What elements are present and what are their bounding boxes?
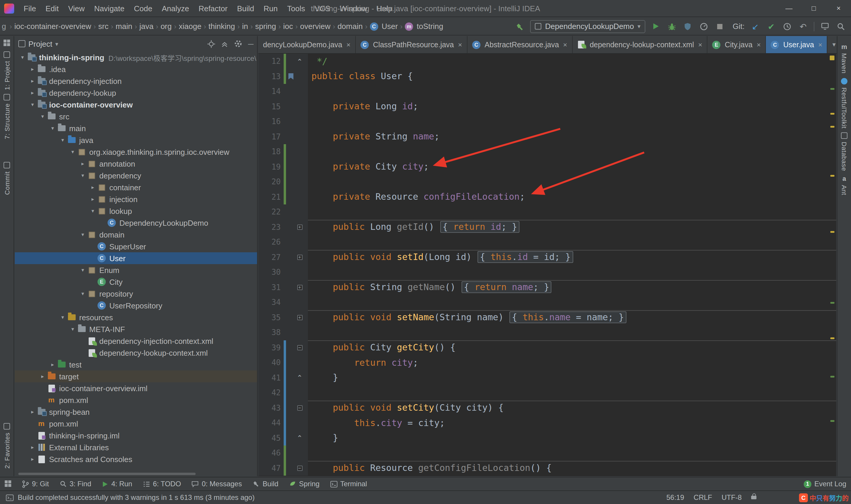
close-icon[interactable]: × — [757, 40, 761, 49]
code-line[interactable]: 12^ */ — [258, 54, 836, 69]
search-everywhere-button[interactable] — [836, 21, 846, 32]
settings-gear-icon[interactable] — [234, 40, 242, 48]
tree-item[interactable]: ▾domain — [15, 229, 257, 240]
breadcrumb-item[interactable]: thinking — [209, 22, 235, 31]
tree-item[interactable]: ▸External Libraries — [15, 442, 257, 453]
menu-code[interactable]: Code — [129, 0, 157, 17]
breadcrumb-item[interactable]: src — [98, 22, 109, 31]
breadcrumb-item[interactable]: ioc — [283, 22, 293, 31]
editor-tab[interactable]: dencyLookupDemo.java× — [258, 36, 356, 53]
horizontal-scrollbar[interactable] — [18, 473, 196, 475]
tree-item[interactable]: ECity — [15, 276, 257, 288]
tree-chevron-right-icon[interactable]: ▸ — [49, 362, 57, 367]
close-icon[interactable]: × — [818, 40, 822, 49]
code-line[interactable]: 26 — [258, 235, 836, 250]
fold-end-icon[interactable]: ^ — [298, 58, 302, 65]
vcs-history-button[interactable] — [782, 21, 793, 32]
code-line[interactable]: 39− public City getCity() { — [258, 340, 836, 355]
code-line[interactable]: 43− public void setCity(City city) { — [258, 400, 836, 415]
tree-item[interactable]: CUser — [15, 252, 257, 264]
tree-chevron-down-icon[interactable]: ▾ — [78, 232, 87, 237]
fold-expand-icon[interactable]: + — [297, 255, 302, 260]
editor-tab[interactable]: CAbstractResource.java× — [468, 36, 573, 53]
hide-panel-button[interactable]: ─ — [248, 39, 254, 48]
tool-strip-item[interactable]: Database — [841, 132, 848, 171]
error-stripe-mark[interactable] — [830, 231, 834, 233]
tree-item[interactable]: ▾src — [15, 110, 257, 122]
tool-window-button-git[interactable]: 9: Git — [22, 480, 49, 488]
menu-run[interactable]: Run — [259, 0, 283, 17]
code-line[interactable]: 45^ } — [258, 430, 836, 446]
event-log-button[interactable]: 1 Event Log — [804, 480, 846, 488]
code-line[interactable]: 18 — [258, 144, 836, 159]
tree-item[interactable]: dependency-lookup-context.xml — [15, 347, 257, 359]
tool-strip-item[interactable]: 2: Favorites — [3, 423, 10, 469]
tool-window-button-find[interactable]: 3: Find — [59, 480, 91, 488]
tree-chevron-right-icon[interactable]: ▸ — [29, 66, 37, 72]
profiler-button[interactable] — [699, 21, 709, 32]
menu-edit[interactable]: Edit — [41, 0, 64, 17]
tree-chevron-right-icon[interactable]: ▸ — [29, 78, 37, 84]
error-stripe-mark[interactable] — [830, 337, 834, 339]
code-line[interactable]: 14 — [258, 84, 836, 99]
tree-item[interactable]: ▸target — [15, 371, 257, 382]
tree-chevron-down-icon[interactable]: ▾ — [69, 326, 77, 332]
close-icon[interactable]: × — [458, 40, 462, 49]
bookmark-icon[interactable] — [288, 73, 293, 80]
tree-item[interactable]: CUserRepository — [15, 300, 257, 311]
tool-window-switcher-icon[interactable] — [5, 480, 11, 487]
breadcrumb-item[interactable]: main — [115, 22, 132, 31]
folded-region[interactable]: { this.id = id; } — [477, 251, 573, 263]
tree-chevron-down-icon[interactable]: ▾ — [78, 267, 87, 273]
fold-expand-icon[interactable]: + — [297, 285, 302, 290]
tree-chevron-down-icon[interactable]: ▾ — [89, 208, 97, 214]
error-stripe-mark[interactable] — [830, 302, 834, 304]
tree-item[interactable]: ▸.idea — [15, 63, 257, 75]
lock-icon[interactable] — [751, 496, 757, 499]
vcs-update-button[interactable]: ↙ — [750, 21, 761, 32]
breadcrumb-item[interactable]: overview — [300, 22, 331, 31]
code-line[interactable]: 23+ public Long getId() { return id; } — [258, 219, 836, 235]
tree-chevron-right-icon[interactable]: ▸ — [89, 184, 97, 190]
caret-position[interactable]: 56:19 — [666, 493, 684, 502]
tool-strip-item[interactable]: Commit — [3, 162, 10, 195]
menu-tools[interactable]: Tools — [283, 0, 310, 17]
vcs-rollback-button[interactable]: ↶ — [798, 21, 809, 32]
tree-chevron-down-icon[interactable]: ▾ — [58, 314, 67, 320]
tree-item[interactable]: ▸dependency-lookup — [15, 87, 257, 99]
tree-item[interactable]: ▾repository — [15, 288, 257, 300]
tool-strip-item[interactable]: 1: Project — [3, 51, 10, 90]
tree-chevron-down-icon[interactable]: ▾ — [58, 137, 67, 143]
build-hammer-icon[interactable] — [514, 21, 525, 32]
tree-item[interactable]: ▾lookup — [15, 205, 257, 217]
folded-region[interactable]: { this.name = name; } — [509, 312, 626, 324]
tree-item[interactable]: ▾dependency — [15, 169, 257, 181]
code-line[interactable]: 40 return city; — [258, 355, 836, 370]
tree-item[interactable]: ▾ioc-container-overview — [15, 99, 257, 110]
menu-file[interactable]: File — [19, 0, 41, 17]
tree-chevron-right-icon[interactable]: ▸ — [89, 196, 97, 202]
tree-item[interactable]: ▸spring-bean — [15, 406, 257, 418]
tree-chevron-down-icon[interactable]: ▾ — [29, 102, 37, 108]
tree-item[interactable]: ▾org.xiaoge.thinking.in.spring.ioc.overv… — [15, 146, 257, 158]
breadcrumb-item[interactable]: in — [242, 22, 248, 31]
tree-item[interactable]: mpom.xml — [15, 418, 257, 430]
chevron-down-icon[interactable]: ▾ — [55, 40, 58, 47]
fold-end-icon[interactable]: ^ — [298, 435, 302, 441]
tree-chevron-right-icon[interactable]: ▸ — [29, 456, 37, 462]
breadcrumb-item[interactable]: java — [140, 22, 153, 31]
code-editor[interactable]: 12^ */13public class User {1415 private … — [258, 54, 836, 476]
menu-view[interactable]: View — [64, 0, 90, 17]
editor-tab[interactable]: CClassPathResource.java× — [356, 36, 468, 53]
stop-button[interactable] — [714, 21, 725, 32]
tree-item[interactable]: ▸dependency-injection — [15, 75, 257, 87]
error-stripe-mark[interactable] — [830, 113, 834, 115]
code-line[interactable]: 21 private Resource configFileLocation; — [258, 190, 836, 204]
menu-analyze[interactable]: Analyze — [157, 0, 194, 17]
tree-item[interactable]: ▾java — [15, 134, 257, 146]
tree-item[interactable]: CSuperUser — [15, 240, 257, 252]
fold-expand-icon[interactable]: + — [297, 315, 302, 320]
tree-item[interactable]: thinking-in-spring.iml — [15, 430, 257, 442]
code-line[interactable]: 44 this.city = city; — [258, 415, 836, 430]
breadcrumb-item[interactable]: ioc-container-overview — [14, 22, 91, 31]
